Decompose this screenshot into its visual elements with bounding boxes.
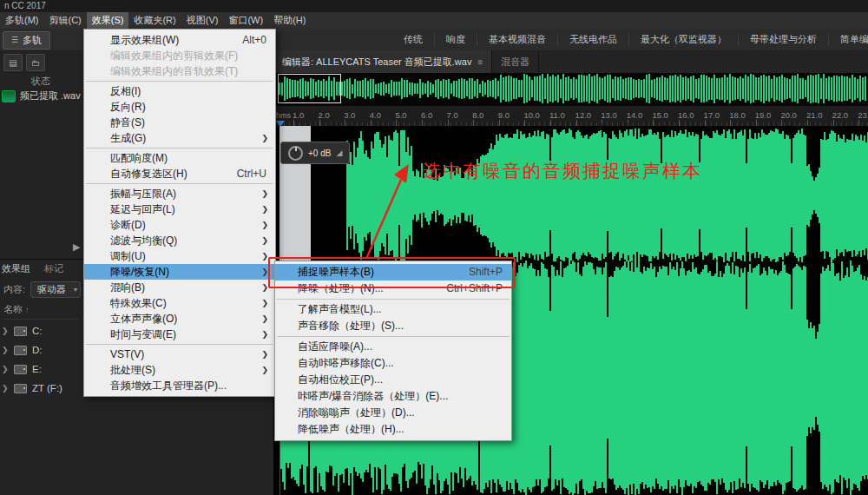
files-panel-toolbar: ▤ 🗀 [3,54,45,71]
panel-menu-icon[interactable]: ≡ [477,57,483,67]
folder-icon[interactable]: 🗀 [26,54,45,71]
effects-menu-item-5[interactable]: 反相(I) [84,83,275,99]
noise-submenu-item-7[interactable]: 自适应降噪(A)... [275,339,511,355]
menubar-item-6[interactable]: 窗口(W) [223,12,268,29]
effects-menu-item-16[interactable]: 滤波与均衡(Q)❯ [84,233,275,248]
ruler-tick-label: 7.0 [447,110,458,120]
workspace-tab-7[interactable]: 简单编辑 [828,33,868,46]
drive-row-4[interactable]: ❯ZT (F:) [2,379,80,398]
noise-submenu-item-10[interactable]: 咔嗒声/爆音消除器（处理）(E)... [275,388,511,405]
tab-editor[interactable]: 编辑器: ALLEYCATS Teaser 音频已提取.wav ≡ [273,50,492,73]
noise-submenu-item-9[interactable]: 自动相位校正(P)... [275,372,511,388]
noise-submenu-item-1[interactable]: 捕捉噪声样本(B)Shift+P [275,264,511,280]
menubar-item-2[interactable]: 剪辑(C) [44,12,87,29]
workspace-tab-6[interactable]: 母带处理与分析 [738,33,828,46]
menubar-item-1[interactable]: 多轨(M) [0,12,44,29]
effects-menu-item-19[interactable]: 混响(B)❯ [84,280,275,295]
workspace-tab-1[interactable]: 传统 [392,33,434,46]
effects-menu-item-1[interactable]: 显示效果组(W)Alt+0 [84,32,275,48]
effects-menu-item-17[interactable]: 调制(U)❯ [84,248,275,264]
drive-row-2[interactable]: ❯D: [2,340,80,360]
effects-menu-item-13[interactable]: 振幅与压限(A)❯ [84,186,275,201]
volume-knob-icon[interactable] [288,146,303,161]
effects-menu-item-25[interactable]: 批处理(S)❯ [84,362,275,378]
effects-menu-item-label: 静音(S) [110,115,145,130]
file-list-item[interactable]: 频已提取 .wav [2,89,81,102]
mixer-tab-label: 混音器 [501,56,529,69]
name-column-header[interactable]: 名称↑ [3,303,78,320]
drive-row-1[interactable]: ❯C: [2,321,80,340]
noise-submenu-item-12[interactable]: 降低噪声（处理）(H)... [275,421,511,438]
menubar-item-7[interactable]: 帮助(H) [268,12,311,29]
media-browser-tabs: 效果组 标记 [2,262,63,275]
effects-menu-item-15[interactable]: 诊断(D)❯ [84,217,275,233]
play-icon[interactable]: ▶ [73,241,80,253]
ruler-tick-label: 1.0 [293,110,304,120]
submenu-arrow-icon: ❯ [261,295,268,311]
add-file-icon[interactable]: ▤ [3,54,23,71]
effects-menu-item-label: 显示效果组(W) [110,32,179,48]
ruler-tick-label: 2.0 [319,110,330,120]
effects-menu-item-21[interactable]: 立体声声像(O)❯ [84,311,275,327]
noise-submenu-separator [277,299,510,300]
workspace-tab-5[interactable]: 最大化（双监视器） [628,33,738,46]
effects-menu-item-7[interactable]: 静音(S) [84,115,275,130]
effects-menu-item-label: VST(V) [110,346,144,362]
overview-strip[interactable] [273,73,868,107]
submenu-arrow-icon: ❯ [261,130,268,146]
tab-effects-rack[interactable]: 效果组 [2,262,30,275]
ruler-tick-label: 23.0 [858,110,868,120]
effects-menu-item-11[interactable]: 自动修复选区(H)Ctrl+U [84,166,275,182]
effects-menu-item-18[interactable]: 降噪/恢复(N)❯ [84,264,275,280]
drive-row-3[interactable]: ❯E: [2,360,80,379]
effects-menu-item-label: 自动修复选区(H) [110,166,187,182]
workspace-tab-3[interactable]: 基本视频混音 [477,33,557,46]
effects-menu-separator [86,148,273,148]
noise-submenu-item-2[interactable]: 降噪（处理）(N)...Ctrl+Shift+P [275,280,511,297]
timeline-ruler[interactable]: hms 1.02.03.04.05.06.07.08.09.010.011.01… [273,106,868,127]
effects-menu-item-24[interactable]: VST(V)❯ [84,346,275,362]
menubar-item-5[interactable]: 视图(V) [181,12,224,29]
editor-tab-label: 编辑器: ALLEYCATS Teaser 音频已提取.wav [282,56,471,69]
tab-markers[interactable]: 标记 [44,262,63,275]
noise-submenu-item-11[interactable]: 消除嗡嗡声（处理）(D)... [275,405,511,421]
ruler-tick-label: 4.0 [370,110,381,120]
noise-submenu-item-5[interactable]: 声音移除（处理）(S)... [275,318,511,334]
submenu-arrow-icon: ❯ [261,264,268,280]
workspace-tab-4[interactable]: 无线电作品 [557,33,628,46]
effects-menu-item-6[interactable]: 反向(R) [84,99,275,115]
content-dropdown[interactable]: 驱动器 ▾ [30,281,81,298]
effects-menu-item-10[interactable]: 匹配响度(M) [84,150,275,166]
expand-icon[interactable]: ❯ [2,365,9,373]
multitrack-view-button[interactable]: ☰ 多轨 [3,31,50,50]
expand-icon[interactable]: ❯ [2,384,9,393]
effects-menu-item-8[interactable]: 生成(G)❯ [84,130,275,146]
effects-menu: 显示效果组(W)Alt+0编辑效果组内的剪辑效果(F)编辑效果组内的音轨效果(T… [83,29,276,397]
workspace-tab-2[interactable]: 响度 [434,33,477,46]
pin-icon[interactable]: ◢ [336,148,342,157]
playhead-marker[interactable] [276,121,285,127]
ruler-tick-label: 21.0 [806,110,823,120]
menubar-item-4[interactable]: 收藏夹(R) [128,12,181,29]
menubar-item-3[interactable]: 效果(S) [87,12,129,29]
expand-icon[interactable]: ❯ [2,327,9,335]
ruler-tick-label: 11.0 [549,110,565,120]
ruler-tick-label: 16.0 [678,110,694,120]
tab-mixer[interactable]: 混音器 [492,50,539,73]
volume-hud[interactable]: +0 dB ◢ [280,142,350,164]
noise-submenu-item-8[interactable]: 自动咔嗒声移除(C)... [275,355,511,372]
effects-menu-item-3[interactable]: 编辑效果组内的音轨效果(T) [84,63,275,79]
effects-menu-item-label: 立体声声像(O) [110,311,177,327]
noise-submenu-item-4[interactable]: 了解声音模型(L)... [275,301,511,318]
effects-menu-item-2[interactable]: 编辑效果组内的剪辑效果(F) [84,48,275,63]
effects-menu-item-label: 振幅与压限(A) [110,186,176,201]
effects-menu-item-label: 调制(U) [110,248,146,264]
effects-menu-item-22[interactable]: 时间与变调(E)❯ [84,327,275,342]
expand-icon[interactable]: ❯ [2,346,9,354]
effects-menu-item-26[interactable]: 音频增效工具管理器(P)... [84,378,275,393]
effects-menu-item-20[interactable]: 特殊效果(C)❯ [84,295,275,311]
effects-menu-item-shortcut: Alt+0 [223,32,266,48]
effects-menu-item-14[interactable]: 延迟与回声(L)❯ [84,201,275,217]
ruler-tick-label: 6.0 [421,110,432,120]
name-column-label: 名称 [3,304,23,314]
